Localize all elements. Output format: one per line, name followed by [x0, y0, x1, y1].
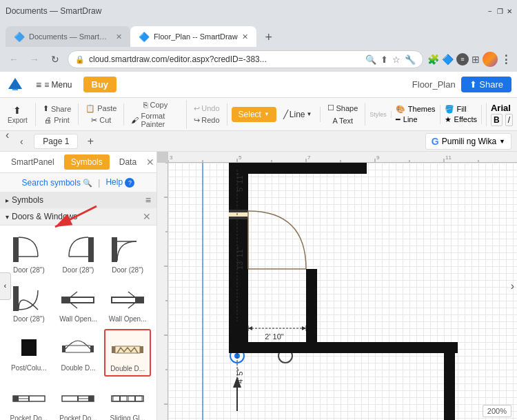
- svg-rect-44: [168, 152, 517, 163]
- new-tab-button[interactable]: +: [259, 28, 278, 47]
- text-tool[interactable]: A Text: [330, 116, 356, 126]
- browser-tab-2[interactable]: 🔷 Floor_Plan -- SmartDraw ✕: [130, 26, 256, 47]
- page-prev-arrow[interactable]: ‹: [14, 134, 28, 148]
- symbol-pocket1[interactable]: Pocket Do...: [6, 379, 52, 420]
- fill-button[interactable]: 🪣 Fill: [445, 105, 467, 114]
- paste-button[interactable]: 📋 Paste: [83, 103, 119, 114]
- svg-rect-6: [88, 237, 94, 262]
- reload-button[interactable]: ↻: [47, 51, 63, 68]
- canvas-right-arrow[interactable]: ›: [511, 280, 514, 292]
- category-close-button[interactable]: ✕: [143, 211, 151, 222]
- close-button[interactable]: ✕: [505, 6, 514, 16]
- symbol-door4[interactable]: Door (28"): [6, 280, 52, 326]
- browser-tab-bar: 🔷 Documents — SmartDraw ✕ 🔷 Floor_Plan -…: [0, 22, 517, 47]
- tab-data[interactable]: Data: [112, 154, 143, 170]
- line2-button[interactable]: ━ Line: [396, 115, 418, 124]
- ext2-icon[interactable]: ≡: [456, 53, 469, 66]
- horizontal-ruler: 3 5 7 9 11: [168, 152, 517, 163]
- language-selector[interactable]: G Pumili ng Wika ▼: [425, 133, 511, 150]
- panel-close-button[interactable]: ✕: [146, 157, 154, 168]
- page-add-button[interactable]: +: [83, 134, 97, 148]
- symbol-pocket2[interactable]: Pocket Do...: [55, 379, 102, 420]
- export-button[interactable]: ⬆ Export: [4, 103, 31, 126]
- themes-button[interactable]: 🎨 Themes: [396, 105, 436, 114]
- tab-symbols[interactable]: Symbols: [64, 154, 110, 170]
- copy-button[interactable]: ⎘ Copy: [141, 100, 171, 110]
- cut-button[interactable]: ✂ Cut: [88, 115, 114, 126]
- svg-text:13' 11": 13' 11": [236, 246, 244, 270]
- app-logo: [6, 75, 25, 94]
- share-toolbar-button[interactable]: ⬆ Share: [40, 103, 74, 114]
- symbol-door1[interactable]: Door (28"): [6, 231, 52, 277]
- panel-collapse-left[interactable]: ‹: [0, 272, 11, 300]
- effects-button[interactable]: ★ Effects: [445, 115, 477, 124]
- toolbar-file-group: ⬆ Export: [4, 103, 36, 126]
- category-header: ▾ Doors & Windows ✕: [0, 208, 156, 226]
- browser-tab-1[interactable]: 🔷 Documents — SmartDraw ✕: [6, 26, 130, 47]
- font-bold-button[interactable]: B: [491, 114, 503, 126]
- door4-image: [10, 283, 48, 314]
- svg-text:3: 3: [170, 154, 173, 161]
- wall2-image: [109, 283, 146, 314]
- category-toggle-icon[interactable]: ▾: [6, 213, 9, 221]
- help-link[interactable]: Help ?: [105, 177, 134, 188]
- print-button[interactable]: 🖨 Print: [41, 115, 72, 125]
- hamburger-menu[interactable]: ≡ ≡ Menu: [30, 77, 78, 93]
- undo-button[interactable]: ↩ Undo: [191, 103, 222, 114]
- line-icon: ╱: [283, 110, 288, 119]
- forward-button[interactable]: →: [26, 51, 43, 68]
- buy-button[interactable]: Buy: [83, 77, 117, 92]
- symbols-collapse-icon[interactable]: ▸: [6, 197, 9, 204]
- svg-rect-10: [13, 286, 19, 311]
- more-options[interactable]: ⋮: [500, 53, 511, 66]
- tab1-close[interactable]: ✕: [116, 32, 122, 41]
- line-tool[interactable]: ╱ Line ▼: [279, 108, 316, 121]
- svg-rect-1: [12, 85, 18, 90]
- lang-label: Pumili ng Wika: [442, 137, 496, 146]
- redo-button[interactable]: ↪ Redo: [191, 115, 222, 126]
- symbol-door3[interactable]: Door (28"): [104, 231, 151, 277]
- symbols-menu-icon[interactable]: ≡: [145, 194, 151, 206]
- svg-rect-95: [306, 269, 317, 353]
- minimize-button[interactable]: −: [485, 6, 495, 16]
- symbol-door2[interactable]: Door (28"): [55, 231, 102, 277]
- doubledoor1-image: [59, 332, 97, 363]
- symbol-sliding[interactable]: Sliding Gl...: [104, 379, 151, 420]
- symbol-doubledoor1[interactable]: Double D...: [55, 329, 102, 377]
- page-label[interactable]: Page 1: [34, 134, 78, 149]
- ext3-icon[interactable]: ⊞: [472, 54, 480, 65]
- back-button[interactable]: ←: [6, 51, 22, 68]
- share-button[interactable]: ⬆ Share: [461, 77, 511, 92]
- symbol-wall1[interactable]: Wall Open...: [55, 280, 102, 326]
- extension-icon: 🔧: [405, 54, 416, 65]
- select-dropdown-arrow: ▼: [264, 111, 270, 117]
- format-painter-icon: 🖌: [131, 116, 139, 124]
- canvas-paper: 5' 11" 13' 11": [168, 163, 517, 420]
- symbol-wall2[interactable]: Wall Open...: [104, 280, 151, 326]
- shape-checkbox-icon: ☐: [327, 103, 334, 112]
- symbol-doubledoor2[interactable]: Double D...: [104, 329, 151, 377]
- sliding-image: [109, 383, 146, 413]
- font-italic-button[interactable]: /: [505, 114, 513, 126]
- format-painter-button[interactable]: 🖌 Format Painter: [128, 111, 182, 129]
- shape-tool[interactable]: ☐ Shape: [325, 103, 361, 113]
- svg-rect-71: [229, 163, 367, 174]
- restore-button[interactable]: ❐: [495, 6, 505, 16]
- symbols-grid: Door (28") Door (28"): [0, 226, 156, 420]
- copy-icon: ⎘: [143, 101, 148, 109]
- symbol-post[interactable]: Post/Colu...: [6, 329, 52, 377]
- ext1-icon[interactable]: 🔷: [442, 54, 454, 65]
- canvas-left-arrow[interactable]: ‹: [6, 129, 9, 141]
- select-button[interactable]: Select ▼: [232, 107, 276, 122]
- address-text[interactable]: cloud.smartdraw.com/editor.aspx?credID=-…: [89, 54, 361, 64]
- tab2-close[interactable]: ✕: [242, 32, 248, 41]
- share-tb-icon: ⬆: [43, 104, 49, 113]
- svg-rect-19: [21, 339, 37, 356]
- svg-text:7: 7: [307, 154, 311, 161]
- profile-avatar[interactable]: [483, 52, 498, 67]
- font-section: Arial B /: [486, 103, 513, 126]
- tab-smartpanel[interactable]: SmartPanel: [4, 154, 61, 170]
- svg-line-18: [128, 303, 135, 308]
- search-symbols-link[interactable]: Search symbols 🔍: [22, 178, 93, 188]
- svg-rect-60: [157, 163, 168, 420]
